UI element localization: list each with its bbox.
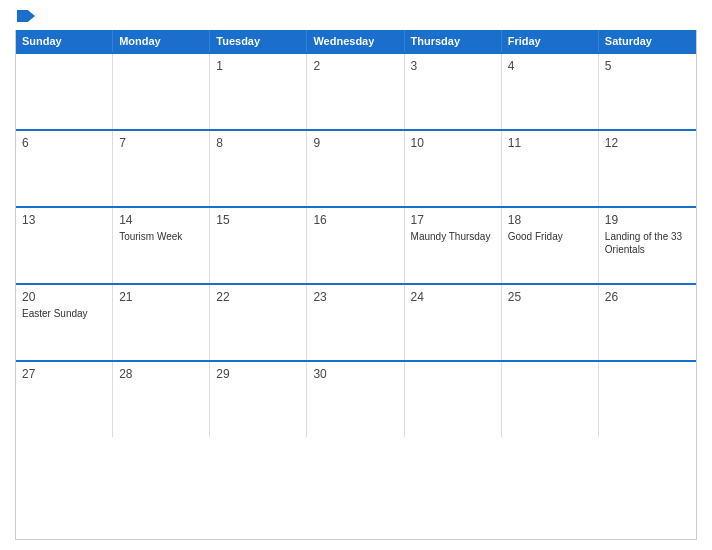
day-header-wednesday: Wednesday xyxy=(307,30,404,52)
day-number: 3 xyxy=(411,59,495,73)
day-number: 28 xyxy=(119,367,203,381)
day-cell xyxy=(599,362,696,437)
day-cell: 4 xyxy=(502,54,599,129)
event-label: Landing of the 33 Orientals xyxy=(605,230,690,256)
day-number: 1 xyxy=(216,59,300,73)
day-cell: 27 xyxy=(16,362,113,437)
day-cell: 5 xyxy=(599,54,696,129)
day-cell: 2 xyxy=(307,54,404,129)
day-number: 15 xyxy=(216,213,300,227)
day-cell: 18Good Friday xyxy=(502,208,599,283)
day-number: 11 xyxy=(508,136,592,150)
day-number: 20 xyxy=(22,290,106,304)
day-cell: 17Maundy Thursday xyxy=(405,208,502,283)
day-number: 19 xyxy=(605,213,690,227)
day-cell: 26 xyxy=(599,285,696,360)
day-header-thursday: Thursday xyxy=(405,30,502,52)
day-number: 18 xyxy=(508,213,592,227)
day-cell: 1 xyxy=(210,54,307,129)
day-cell: 6 xyxy=(16,131,113,206)
day-number: 30 xyxy=(313,367,397,381)
day-cell: 15 xyxy=(210,208,307,283)
logo xyxy=(15,10,35,22)
day-cell: 19Landing of the 33 Orientals xyxy=(599,208,696,283)
day-cell: 23 xyxy=(307,285,404,360)
day-number: 25 xyxy=(508,290,592,304)
day-number: 7 xyxy=(119,136,203,150)
day-number: 16 xyxy=(313,213,397,227)
day-cell: 9 xyxy=(307,131,404,206)
header xyxy=(15,10,697,22)
day-number: 9 xyxy=(313,136,397,150)
day-number: 27 xyxy=(22,367,106,381)
day-number: 23 xyxy=(313,290,397,304)
day-number: 6 xyxy=(22,136,106,150)
day-cell: 10 xyxy=(405,131,502,206)
day-cell: 24 xyxy=(405,285,502,360)
day-number: 22 xyxy=(216,290,300,304)
day-cell: 21 xyxy=(113,285,210,360)
day-number: 13 xyxy=(22,213,106,227)
day-cell xyxy=(502,362,599,437)
day-number: 10 xyxy=(411,136,495,150)
day-cell: 7 xyxy=(113,131,210,206)
day-number: 21 xyxy=(119,290,203,304)
day-header-friday: Friday xyxy=(502,30,599,52)
day-cell: 22 xyxy=(210,285,307,360)
day-cell: 16 xyxy=(307,208,404,283)
day-number: 29 xyxy=(216,367,300,381)
day-number: 14 xyxy=(119,213,203,227)
day-number: 24 xyxy=(411,290,495,304)
day-number: 8 xyxy=(216,136,300,150)
day-number: 4 xyxy=(508,59,592,73)
week-row-0: 12345 xyxy=(16,52,696,129)
day-number: 2 xyxy=(313,59,397,73)
day-header-sunday: Sunday xyxy=(16,30,113,52)
day-number: 12 xyxy=(605,136,690,150)
week-row-2: 1314Tourism Week151617Maundy Thursday18G… xyxy=(16,206,696,283)
day-cell: 13 xyxy=(16,208,113,283)
event-label: Easter Sunday xyxy=(22,307,106,320)
day-cell xyxy=(113,54,210,129)
day-cell xyxy=(16,54,113,129)
calendar-grid: SundayMondayTuesdayWednesdayThursdayFrid… xyxy=(15,30,697,540)
day-number: 17 xyxy=(411,213,495,227)
day-cell: 28 xyxy=(113,362,210,437)
day-cell: 25 xyxy=(502,285,599,360)
week-row-1: 6789101112 xyxy=(16,129,696,206)
week-row-3: 20Easter Sunday212223242526 xyxy=(16,283,696,360)
logo-icon xyxy=(17,10,35,22)
day-number: 26 xyxy=(605,290,690,304)
day-header-saturday: Saturday xyxy=(599,30,696,52)
day-cell: 14Tourism Week xyxy=(113,208,210,283)
event-label: Tourism Week xyxy=(119,230,203,243)
day-cell: 12 xyxy=(599,131,696,206)
day-cell: 29 xyxy=(210,362,307,437)
event-label: Maundy Thursday xyxy=(411,230,495,243)
day-header-monday: Monday xyxy=(113,30,210,52)
day-cell xyxy=(405,362,502,437)
calendar-page: SundayMondayTuesdayWednesdayThursdayFrid… xyxy=(0,0,712,550)
weeks-container: 1234567891011121314Tourism Week151617Mau… xyxy=(16,52,696,437)
day-cell: 8 xyxy=(210,131,307,206)
day-headers-row: SundayMondayTuesdayWednesdayThursdayFrid… xyxy=(16,30,696,52)
day-header-tuesday: Tuesday xyxy=(210,30,307,52)
day-cell: 20Easter Sunday xyxy=(16,285,113,360)
day-number: 5 xyxy=(605,59,690,73)
week-row-4: 27282930 xyxy=(16,360,696,437)
event-label: Good Friday xyxy=(508,230,592,243)
day-cell: 11 xyxy=(502,131,599,206)
day-cell: 3 xyxy=(405,54,502,129)
day-cell: 30 xyxy=(307,362,404,437)
